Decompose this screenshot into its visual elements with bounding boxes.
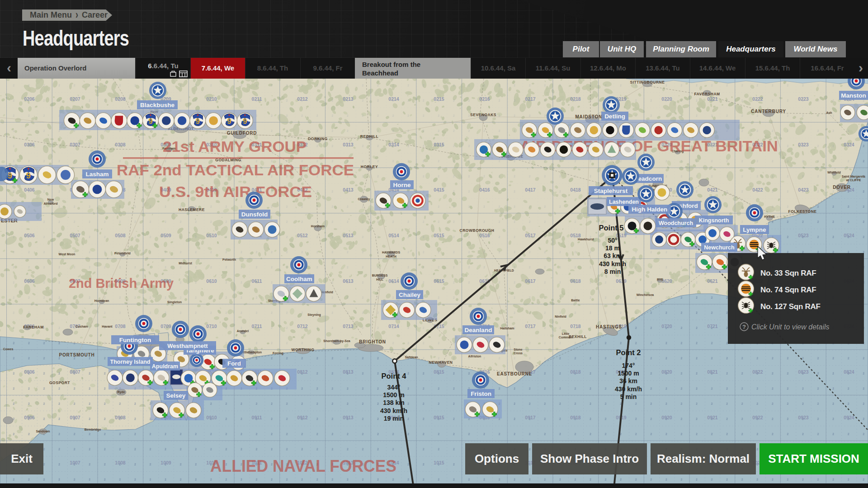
svg-text:0821: 0821 xyxy=(707,369,718,375)
svg-text:at CLIFFE: at CLIFFE xyxy=(846,178,861,182)
svg-text:0512: 0512 xyxy=(297,233,308,238)
svg-text:19 min: 19 min xyxy=(384,415,404,422)
svg-text:0917: 0917 xyxy=(525,415,536,420)
svg-text:0908: 0908 xyxy=(115,415,126,420)
svg-text:0906: 0906 xyxy=(24,415,35,420)
svg-text:Kingsnorth: Kingsnorth xyxy=(699,217,729,224)
svg-text:Lasham: Lasham xyxy=(85,171,108,178)
svg-text:BURGESS: BURGESS xyxy=(372,274,388,277)
svg-text:0509: 0509 xyxy=(160,233,171,238)
svg-text:Ryde: Ryde xyxy=(117,390,125,394)
svg-text:9: 9 xyxy=(227,117,231,126)
svg-text:0822: 0822 xyxy=(752,369,763,375)
svg-text:0823: 0823 xyxy=(798,369,809,375)
svg-text:0210: 0210 xyxy=(206,96,217,102)
svg-text:0806: 0806 xyxy=(24,369,35,375)
svg-text:0611: 0611 xyxy=(252,278,262,284)
svg-text:0220: 0220 xyxy=(661,96,672,102)
svg-text:0212: 0212 xyxy=(297,96,308,102)
svg-text:0708: 0708 xyxy=(115,324,126,329)
svg-text:Cross: Cross xyxy=(514,352,523,355)
svg-text:U.S. 9th AIR FORCE: U.S. 9th AIR FORCE xyxy=(159,183,312,200)
svg-text:Dunsfold: Dunsfold xyxy=(241,211,268,218)
svg-text:Saint Margarets: Saint Margarets xyxy=(842,175,866,178)
svg-text:21st ARMY GROUP: 21st ARMY GROUP xyxy=(163,138,307,155)
svg-text:9: 9 xyxy=(243,117,247,126)
svg-text:0718: 0718 xyxy=(570,324,581,329)
svg-text:0508: 0508 xyxy=(115,233,126,238)
svg-text:430 km/h: 430 km/h xyxy=(599,260,626,267)
svg-text:0216: 0216 xyxy=(479,96,490,102)
svg-text:SEVENOAKS: SEVENOAKS xyxy=(470,113,496,117)
svg-text:0213: 0213 xyxy=(343,96,354,102)
svg-text:FAVERSHAM: FAVERSHAM xyxy=(694,92,720,96)
svg-text:Petworth: Petworth xyxy=(222,258,236,261)
svg-text:430 km/h: 430 km/h xyxy=(380,407,407,414)
svg-text:0323: 0323 xyxy=(798,142,809,147)
svg-text:0606: 0606 xyxy=(24,278,35,284)
svg-text:Cosham: Cosham xyxy=(75,325,88,328)
svg-text:Horndean: Horndean xyxy=(94,299,109,302)
svg-text:0910: 0910 xyxy=(206,415,217,420)
svg-text:Ford: Ford xyxy=(227,360,241,367)
svg-text:0507: 0507 xyxy=(70,233,80,238)
svg-text:GUILDFORD: GUILDFORD xyxy=(227,131,257,136)
svg-text:Hawkhurst: Hawkhurst xyxy=(578,238,594,241)
svg-text:Bembridge: Bembridge xyxy=(85,428,101,432)
svg-text:0912: 0912 xyxy=(297,415,308,420)
svg-text:Point 5: Point 5 xyxy=(599,224,623,232)
svg-text:Chailey: Chailey xyxy=(399,291,421,298)
svg-text:Horsham: Horsham xyxy=(311,225,325,228)
svg-text:Havant: Havant xyxy=(102,325,113,328)
svg-text:Winchelsea: Winchelsea xyxy=(637,293,654,296)
svg-text:0422: 0422 xyxy=(752,187,763,192)
svg-text:0907: 0907 xyxy=(70,415,80,420)
svg-text:Steyning: Steyning xyxy=(307,313,321,317)
svg-text:0619: 0619 xyxy=(616,278,627,284)
svg-text:1015: 1015 xyxy=(434,460,444,465)
svg-text:Woodchurch: Woodchurch xyxy=(659,220,693,226)
svg-text:0214: 0214 xyxy=(388,96,399,102)
svg-text:0217: 0217 xyxy=(525,96,536,102)
svg-text:1500 m: 1500 m xyxy=(383,391,404,399)
svg-text:0413: 0413 xyxy=(343,187,354,192)
svg-text:0308: 0308 xyxy=(115,142,126,147)
svg-text:0618: 0618 xyxy=(570,278,581,284)
svg-text:0711: 0711 xyxy=(252,324,262,329)
svg-text:0324: 0324 xyxy=(844,142,854,147)
svg-text:Horne: Horne xyxy=(393,182,410,188)
svg-text:Ferring: Ferring xyxy=(273,352,283,355)
svg-text:Manston: Manston xyxy=(841,92,866,99)
svg-text:174°: 174° xyxy=(622,362,635,369)
svg-text:0720: 0720 xyxy=(661,324,672,329)
svg-text:NEWHAVEN: NEWHAVEN xyxy=(429,360,453,365)
svg-text:DOVER: DOVER xyxy=(833,185,851,190)
svg-text:0315: 0315 xyxy=(434,142,444,147)
svg-text:Sandown: Sandown xyxy=(36,430,50,433)
svg-text:REDHILL: REDHILL xyxy=(360,134,378,139)
svg-text:0915: 0915 xyxy=(434,415,444,420)
svg-text:BRIGHTON: BRIGHTON xyxy=(359,339,386,344)
svg-text:0524: 0524 xyxy=(844,233,854,238)
svg-text:0513: 0513 xyxy=(343,233,354,238)
svg-text:Shoreham-by-Sea: Shoreham-by-Sea xyxy=(323,339,350,343)
svg-text:0222: 0222 xyxy=(752,96,763,102)
svg-text:50°: 50° xyxy=(608,237,617,244)
svg-text:8 min: 8 min xyxy=(604,268,621,275)
svg-text:FAREHAM: FAREHAM xyxy=(23,325,44,329)
svg-text:HORLEY: HORLEY xyxy=(361,164,378,169)
svg-text:Cowes: Cowes xyxy=(3,347,14,351)
svg-text:GOSPORT: GOSPORT xyxy=(49,380,70,385)
svg-text:HASLEMERE: HASLEMERE xyxy=(179,207,205,212)
svg-text:0617: 0617 xyxy=(525,278,536,284)
svg-text:Battle: Battle xyxy=(571,299,580,302)
svg-text:EASTBOURNE: EASTBOURNE xyxy=(497,371,532,376)
svg-text:63 km: 63 km xyxy=(604,252,622,259)
svg-text:9: 9 xyxy=(26,171,31,180)
svg-text:9: 9 xyxy=(196,117,200,126)
svg-text:0221: 0221 xyxy=(707,96,718,102)
svg-text:Selsey: Selsey xyxy=(166,392,186,399)
svg-text:0911: 0911 xyxy=(252,415,262,420)
svg-text:ALLIED NAVAL FORCES: ALLIED NAVAL FORCES xyxy=(210,457,396,475)
svg-text:0923: 0923 xyxy=(798,415,809,420)
